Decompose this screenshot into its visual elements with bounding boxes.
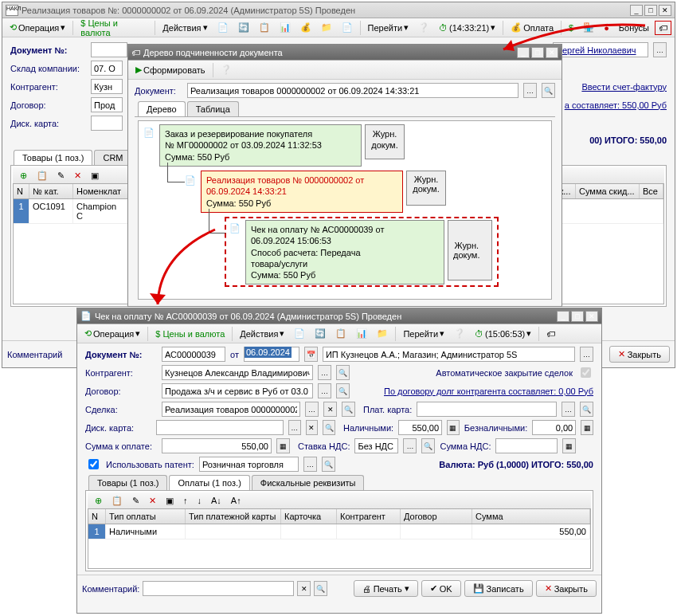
- tb-icon[interactable]: 🔄: [311, 326, 330, 341]
- table-row[interactable]: 1 Наличными 550,00: [88, 524, 590, 539]
- dots-button[interactable]: …: [303, 457, 317, 472]
- tb-icon[interactable]: 📁: [317, 20, 336, 35]
- tab-tree[interactable]: Дерево: [138, 101, 186, 116]
- tab-payments[interactable]: Оплаты (1 поз.): [169, 475, 249, 490]
- payment-button[interactable]: 💰Оплата: [507, 20, 558, 35]
- docno-input[interactable]: [162, 347, 225, 362]
- dog-input[interactable]: [91, 97, 123, 112]
- gh-n[interactable]: N: [14, 184, 29, 198]
- minimize-icon[interactable]: _: [630, 5, 643, 16]
- edit-icon[interactable]: ✎: [53, 168, 68, 183]
- disk-input[interactable]: [156, 420, 284, 435]
- minimize-icon[interactable]: _: [517, 47, 530, 58]
- gh-kart[interactable]: Карточка: [281, 509, 337, 524]
- gh-cat[interactable]: № кат.: [29, 184, 73, 198]
- copy-icon[interactable]: 📋: [108, 493, 127, 508]
- tree-node-check[interactable]: Чек на оплату № АС00000039 от 06.09.2024…: [245, 220, 444, 284]
- debt-link[interactable]: По договору долг контрагента составляет:…: [384, 386, 593, 396]
- prices-button[interactable]: $ Цены и валюта: [151, 327, 229, 341]
- close-icon[interactable]: ✕: [585, 311, 598, 322]
- journal-button[interactable]: Журн.докум.: [406, 171, 446, 206]
- vatsum-input[interactable]: [495, 438, 558, 453]
- date-input[interactable]: 06.09.2024: [244, 347, 299, 362]
- sort-icon[interactable]: A↑: [227, 493, 245, 508]
- tb-icon[interactable]: 📋: [331, 326, 350, 341]
- form-button[interactable]: ▶ Сформировать: [131, 62, 209, 77]
- help-icon[interactable]: ❔: [414, 20, 433, 35]
- add-icon[interactable]: ⊕: [91, 493, 106, 508]
- operation-menu[interactable]: ⟲Операция ▾: [6, 20, 69, 35]
- tb-icon[interactable]: 🏷: [542, 327, 559, 341]
- gh-dog[interactable]: Договор: [401, 509, 472, 524]
- calc-icon[interactable]: ▦: [447, 420, 460, 435]
- sklad-input[interactable]: [91, 61, 123, 76]
- maximize-icon[interactable]: □: [644, 5, 657, 16]
- tree-node-sale[interactable]: Реализация товаров № 0000000002 от 06.09…: [201, 171, 403, 213]
- tb-icon[interactable]: $: [565, 21, 577, 35]
- delete-icon[interactable]: ✕: [145, 493, 160, 508]
- journal-button[interactable]: Журн.докум.: [448, 220, 492, 281]
- lens-icon[interactable]: 🔍: [580, 402, 593, 417]
- tb-icon[interactable]: 📊: [352, 326, 371, 341]
- dots-button[interactable]: …: [288, 420, 301, 435]
- gh-sum[interactable]: Сумма: [472, 509, 590, 524]
- calc-icon[interactable]: ▦: [276, 438, 290, 453]
- sort-icon[interactable]: A↓: [207, 493, 225, 508]
- dots-button[interactable]: …: [318, 383, 331, 398]
- sum-input[interactable]: [162, 438, 272, 453]
- lens-icon[interactable]: 🔍: [323, 420, 335, 435]
- clear-icon[interactable]: ✕: [323, 402, 337, 417]
- ok-button[interactable]: ✔ OK: [421, 580, 461, 597]
- goto-menu[interactable]: Перейти ▾: [364, 20, 413, 35]
- lens-icon[interactable]: 🔍: [322, 457, 335, 472]
- patent-checkbox[interactable]: [88, 459, 99, 469]
- tree-button[interactable]: 🏷: [655, 21, 671, 35]
- gh-type[interactable]: Тип оплаты: [106, 509, 186, 524]
- clear-icon[interactable]: ✕: [306, 420, 319, 435]
- tb-icon[interactable]: ▣: [87, 168, 103, 183]
- tb-icon[interactable]: 📋: [255, 20, 274, 35]
- plat-input[interactable]: [417, 402, 557, 417]
- close-icon[interactable]: ✕: [659, 5, 671, 16]
- help-icon[interactable]: ❔: [217, 62, 236, 77]
- tb-icon[interactable]: ▣: [162, 493, 178, 508]
- docno-input[interactable]: [91, 42, 127, 57]
- tree-node-order[interactable]: Заказ и резервирование покупателя № МГ00…: [159, 124, 362, 167]
- close-icon[interactable]: ✕: [546, 47, 558, 58]
- prices-button[interactable]: $ Цены и валюта: [76, 16, 151, 40]
- time-display[interactable]: ⏱(15:06:53) ▾: [471, 326, 535, 341]
- doc-input[interactable]: [187, 83, 519, 98]
- debt-link[interactable]: а составляет: 550,00 Руб: [565, 100, 667, 110]
- tb-icon[interactable]: 📊: [276, 20, 295, 35]
- time-display[interactable]: ⏱(14:33:21) ▾: [435, 20, 499, 35]
- gh-n[interactable]: N: [88, 509, 106, 524]
- bonus-button[interactable]: Бонусы: [615, 21, 653, 35]
- actions-menu[interactable]: Действия ▾: [236, 326, 288, 341]
- lens-icon[interactable]: 🔍: [336, 365, 350, 380]
- disk-input[interactable]: [91, 116, 123, 131]
- author-input[interactable]: [553, 42, 648, 57]
- kont-input[interactable]: [162, 365, 313, 380]
- actions-menu[interactable]: Действия ▾: [158, 20, 211, 35]
- tb-icon[interactable]: ●: [600, 21, 613, 35]
- journal-button[interactable]: Журн.докум.: [365, 124, 405, 159]
- dots-button[interactable]: …: [523, 83, 537, 98]
- down-icon[interactable]: ↓: [194, 493, 206, 508]
- gh-card[interactable]: Тип платежной карты: [186, 509, 281, 524]
- dots-button[interactable]: …: [403, 438, 417, 453]
- dots-button[interactable]: …: [318, 365, 331, 380]
- dots-button[interactable]: …: [562, 402, 575, 417]
- clear-icon[interactable]: ✕: [297, 581, 311, 596]
- cash-input[interactable]: [398, 420, 442, 435]
- lens-icon[interactable]: 🔍: [342, 402, 355, 417]
- lens-icon[interactable]: 🔍: [336, 383, 350, 398]
- up-icon[interactable]: ↑: [179, 493, 192, 508]
- patent-input[interactable]: [199, 457, 299, 472]
- comment-input[interactable]: [143, 581, 294, 596]
- dog-input[interactable]: [162, 383, 313, 398]
- tb-icon[interactable]: 🏪: [579, 20, 598, 35]
- lens-icon[interactable]: 🔍: [542, 83, 555, 98]
- cal-icon[interactable]: 📅: [304, 347, 318, 362]
- close-button[interactable]: ✕ Закрыть: [536, 580, 597, 597]
- lens-icon[interactable]: 🔍: [314, 581, 327, 596]
